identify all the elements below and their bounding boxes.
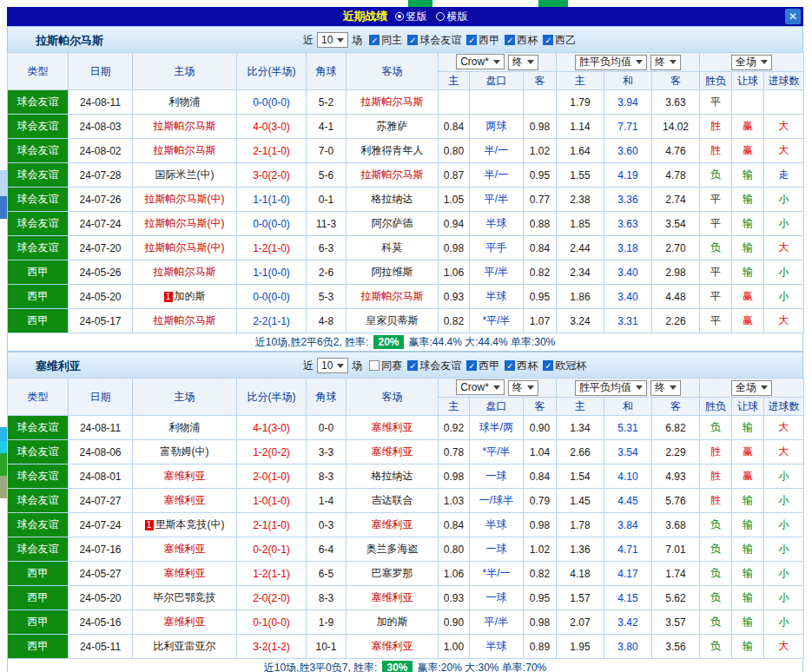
corner-score: 5-6 [307,163,347,188]
close-button[interactable]: ✕ [785,9,801,24]
odds-select-cell: Crow*终 [439,379,557,398]
filter-checkbox-欧冠杯[interactable]: ✓欧冠杯 [543,359,586,373]
score: 2-0(2-0) [237,586,307,610]
table-row: 球会友谊24-08-06富勒姆(中)1-2(0-2)3-3塞维利亚0.78*平/… [8,440,804,464]
subcol-give: 让球 [732,398,764,416]
avg-away: 2.70 [652,236,700,260]
filter-checkbox-球会友谊[interactable]: ✓球会友谊 [407,359,461,373]
bookmaker-select[interactable]: Crow* [456,54,505,69]
avg-draw: 4.15 [604,586,652,610]
col-corner: 角球 [307,379,347,416]
odds-home: 1.03 [439,489,470,513]
final-odds-select[interactable]: 终 [508,55,538,70]
filter-checkbox-西甲[interactable]: ✓西甲 [466,359,499,373]
handicap-line: 半球 [470,635,524,659]
filter-checkbox-西杯[interactable]: ✓西杯 [505,33,538,48]
handicap-line: 平/半 [470,260,524,285]
fullmatch-select-cell: 全场 [700,379,804,398]
fullmatch-select[interactable]: 全场 [731,55,772,70]
avg-odds-select[interactable]: 胜平负均值 [575,380,647,396]
odds-home: 0.80 [439,139,470,163]
filter-checkbox-西甲[interactable]: ✓西甲 [466,33,499,48]
odds-away: 0.89 [524,635,557,659]
odds-away: 1.02 [524,139,557,163]
final-avg-select[interactable]: 终 [650,380,681,396]
team-name: 塞维利亚 [36,359,81,374]
avg-odds-select[interactable]: 胜平负均值 [575,55,647,70]
result: 平 [700,90,732,115]
avg-draw: 5.31 [604,416,652,440]
checkbox-checked-icon[interactable]: ✓ [543,35,553,45]
odds-select-cell: Crow*终 [439,53,557,72]
home-team: 利物浦 [133,416,237,440]
layout-radio-竖版[interactable]: 竖版 [395,10,427,24]
odds-home: 0.90 [439,610,470,635]
handicap-line: 半球 [470,513,524,537]
checkbox-checked-icon[interactable]: ✓ [505,35,515,45]
handicap-line: 平/半 [470,188,524,212]
red-card-badge: 1 [145,520,154,530]
home-team: 塞维利亚 [133,537,237,562]
filter-checkbox-同主[interactable]: ✓同主 [369,33,402,48]
col-date: 日期 [69,379,133,416]
team-header-bar: 塞维利亚 近 10 场 同赛✓球会友谊✓西甲✓西杯✓欧冠杯 [7,352,803,378]
home-team: 毕尔巴鄂竞技 [133,586,237,610]
filter-checkbox-球会友谊[interactable]: ✓球会友谊 [407,33,461,48]
checkbox-checked-icon[interactable]: ✓ [407,35,418,45]
match-date: 24-08-06 [69,440,133,464]
match-count-select[interactable]: 10 [317,32,348,48]
checkbox-checked-icon[interactable]: ✓ [466,360,477,371]
avg-draw: 3.60 [604,139,652,163]
bookmaker-select[interactable]: Crow* [456,379,505,395]
avg-home: 1.54 [557,464,604,489]
match-count-select[interactable]: 10 [317,358,348,373]
radio-selected-icon[interactable] [395,12,404,21]
corner-score: 0-3 [307,513,347,537]
away-team: 塞维利亚 [347,513,439,537]
table-row: 球会友谊24-08-03拉斯帕尔马斯4-0(3-0)4-1苏雅萨0.84两球0.… [8,115,804,139]
away-team: 拉斯帕尔马斯 [347,163,439,188]
final-avg-select[interactable]: 终 [650,55,681,70]
handicap-line: *平/半 [470,309,524,333]
table-row: 西甲24-05-201加的斯0-0(0-0)5-3拉斯帕尔马斯0.93半球0.9… [8,285,804,309]
goals-result: 大 [764,440,804,464]
handicap-line: 一球 [470,464,524,489]
corner-score: 0-1 [307,188,347,212]
score: 1-2(1-0) [237,236,307,260]
filter-checkbox-西杯[interactable]: ✓西杯 [505,359,538,373]
odds-home: 0.84 [439,115,470,139]
avg-home: 1.85 [557,212,604,236]
layout-radio-横版[interactable]: 横版 [436,10,468,24]
corner-score: 5-3 [307,285,347,309]
table-row: 球会友谊24-07-16塞维利亚0-2(0-1)6-4奥兰多海盗0.80一球1.… [8,537,804,562]
odds-away: 0.84 [524,464,557,489]
fullmatch-select-cell: 全场 [700,53,804,72]
corner-score: 4-8 [307,309,347,333]
checkbox-checked-icon[interactable]: ✓ [505,360,515,371]
filter-checkbox-西乙[interactable]: ✓西乙 [543,33,576,48]
checkbox-checked-icon[interactable]: ✓ [369,35,380,45]
handicap-line: 两球 [470,115,524,139]
games-label: 场 [352,359,362,373]
match-date: 24-05-17 [69,309,133,333]
result: 负 [700,236,732,260]
final-odds-select[interactable]: 终 [508,380,538,396]
fullmatch-select[interactable]: 全场 [731,380,772,396]
result: 胜 [700,464,732,489]
radio-label-text: 竖版 [406,10,427,24]
avg-away: 3.57 [652,610,700,635]
odds-home: 1.06 [439,562,470,586]
checkbox-checked-icon[interactable]: ✓ [466,35,477,45]
filter-checkbox-同赛[interactable]: 同赛 [369,359,402,373]
col-corner: 角球 [307,53,347,90]
radio-unselected-icon[interactable] [436,12,445,21]
avg-draw: 7.71 [604,115,652,139]
match-type: 球会友谊 [8,513,69,537]
checkbox-label: 西甲 [479,33,499,48]
table-row: 西甲24-05-16塞维利亚0-1(0-0)1-9加的斯0.90平/半0.982… [8,610,804,635]
checkbox-checked-icon[interactable]: ✓ [543,360,553,371]
checkbox-unchecked-icon[interactable] [369,360,380,371]
avg-away: 3.54 [652,212,700,236]
checkbox-checked-icon[interactable]: ✓ [407,360,418,371]
handicap-line: 半/一 [470,139,524,163]
